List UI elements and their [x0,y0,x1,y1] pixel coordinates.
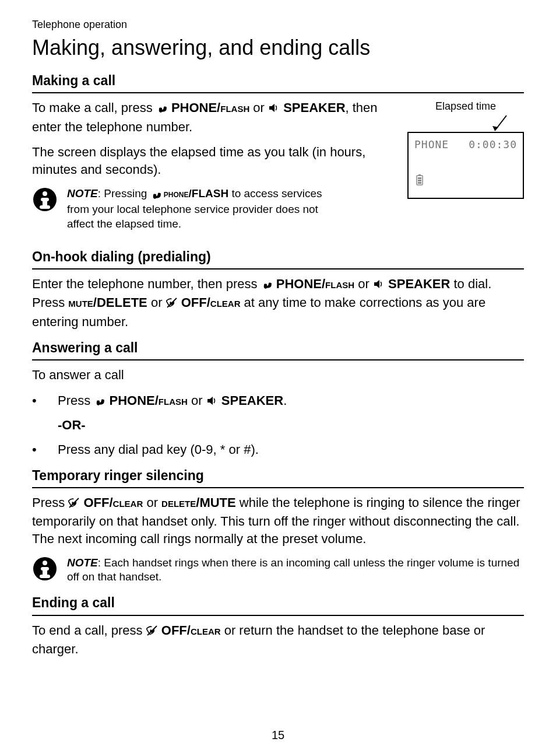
list-item: Press PHONE/flash or SPEAKER. [32,392,524,411]
handset-icon [150,188,161,203]
lcd-phone-label: PHONE [414,138,449,152]
section-making-title: Making a call [32,72,524,93]
or-label: -OR- [58,416,524,434]
handset-icon [94,394,105,411]
speaker-icon [373,277,385,295]
page-title: Making, answering, and ending calls [32,34,524,62]
ringer-p1: Press OFF/clear or delete/MUTE while the… [32,494,524,548]
elapsed-time-label: Elapsed time [407,99,524,113]
page-number: 15 [0,727,556,743]
battery-icon [416,174,424,192]
handset-icon [261,277,273,295]
section-onhook-title: On-hook dialing (predialing) [32,248,524,270]
section-ringer-title: Temporary ringer silencing [32,467,524,488]
info-icon [32,187,58,217]
handset-icon [156,101,168,118]
info-icon [32,556,58,586]
speaker-icon [268,101,280,118]
making-p2: The screen displays the elapsed time as … [32,144,382,178]
speaker-icon [206,394,218,411]
lcd-elapsed-value: 0:00:30 [469,138,517,152]
list-item: Press any dial pad key (0-9, * or #). [32,441,524,459]
off-icon [146,624,158,641]
section-answering-title: Answering a call [32,339,524,360]
off-icon [166,296,178,313]
onhook-p1: Enter the telephone number, then press P… [32,275,524,331]
ringer-note: NOTE: Each handset rings when there is a… [32,556,524,586]
off-icon [68,496,80,513]
breadcrumb: Telephone operation [32,18,524,32]
section-ending-title: Ending a call [32,594,524,615]
ending-p1: To end a call, press OFF/clear or return… [32,622,524,658]
lcd-screen: PHONE 0:00:30 [407,132,524,199]
making-note: NOTE: Pressing phone/FLASH to access ser… [32,187,396,232]
arrow-icon [407,114,524,132]
lcd-figure: Elapsed time PHONE 0:00:30 [407,99,524,199]
answering-p1: To answer a call [32,366,524,384]
